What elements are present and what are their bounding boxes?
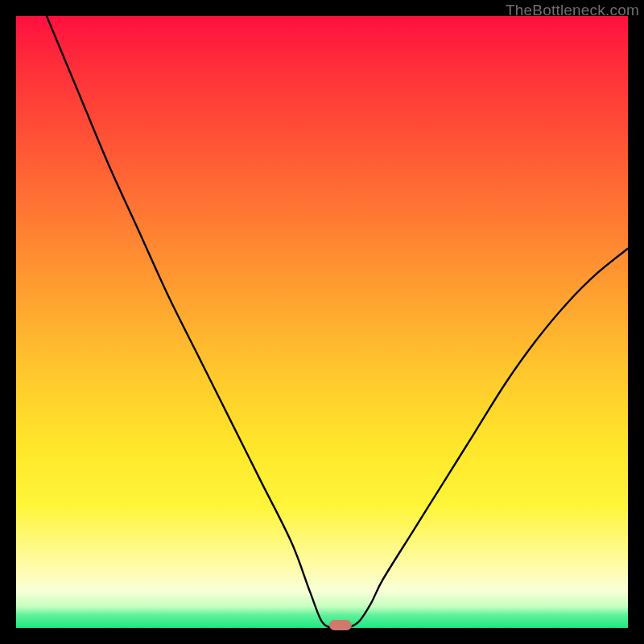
curve-path [47, 16, 628, 629]
chart-frame: TheBottleneck.com [0, 0, 644, 644]
plot-area [16, 16, 628, 628]
bottleneck-curve [16, 16, 628, 628]
optimum-marker [329, 620, 352, 630]
